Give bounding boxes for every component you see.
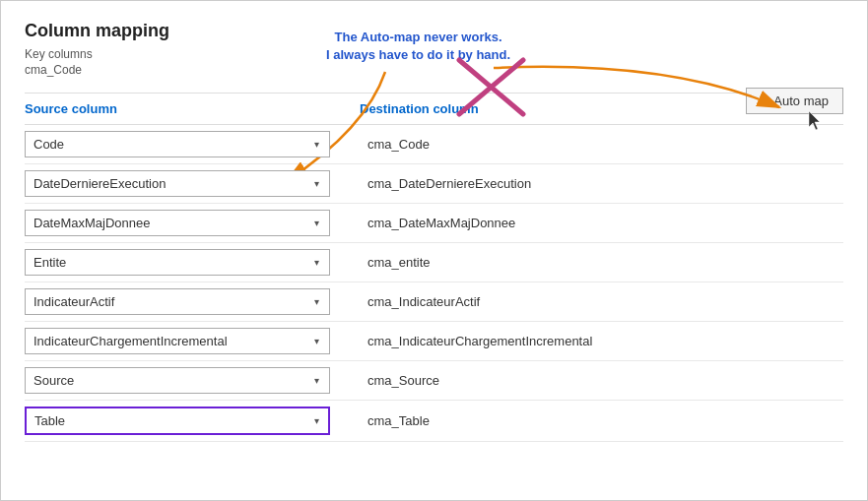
destination-column-value: cma_IndicateurChargementIncremental bbox=[360, 334, 843, 348]
table-row: Code▾cma_Code bbox=[25, 125, 843, 164]
destination-column-value: cma_DateMaxMajDonnee bbox=[360, 216, 843, 230]
source-select-wrapper: Source▾ bbox=[25, 367, 360, 394]
table-row: DateDerniereExecution▾cma_DateDerniereEx… bbox=[25, 164, 843, 204]
page-container: Column mapping Key columns cma_Code The … bbox=[0, 0, 868, 501]
table-row: IndicateurActif▾cma_IndicateurActif bbox=[25, 282, 843, 322]
source-select-wrapper: IndicateurActif▾ bbox=[25, 288, 360, 315]
source-column-select[interactable]: DateDerniereExecution bbox=[25, 170, 330, 197]
table-row: DateMaxMajDonnee▾cma_DateMaxMajDonnee bbox=[25, 204, 843, 243]
table-row: Table▾cma_Table bbox=[25, 401, 843, 442]
source-select-wrapper: DateDerniereExecution▾ bbox=[25, 170, 360, 197]
table-row: Source▾cma_Source bbox=[25, 361, 843, 401]
source-select-wrapper: Table▾ bbox=[25, 407, 360, 435]
destination-column-value: cma_Table bbox=[360, 413, 843, 428]
table-row: Entite▾cma_entite bbox=[25, 243, 843, 282]
destination-column-value: cma_Source bbox=[360, 373, 843, 388]
annotation-text: The Auto-map never works. I always have … bbox=[326, 29, 510, 64]
destination-column-value: cma_IndicateurActif bbox=[360, 294, 843, 309]
source-select-wrapper: Code▾ bbox=[25, 131, 360, 157]
source-column-select[interactable]: Code bbox=[25, 131, 330, 157]
source-column-select[interactable]: Source bbox=[25, 367, 330, 394]
key-columns-value: cma_Code bbox=[25, 63, 843, 77]
source-column-select[interactable]: Table bbox=[25, 407, 330, 435]
destination-column-value: cma_DateDerniereExecution bbox=[360, 176, 843, 191]
columns-header: Source column Destination column bbox=[25, 93, 843, 125]
source-column-select[interactable]: Entite bbox=[25, 249, 330, 276]
source-column-select[interactable]: IndicateurActif bbox=[25, 288, 330, 315]
source-select-wrapper: IndicateurChargementIncremental▾ bbox=[25, 328, 360, 354]
source-column-select[interactable]: IndicateurChargementIncremental bbox=[25, 328, 330, 354]
menu-lines-icon: ≡ bbox=[761, 94, 768, 108]
source-column-select[interactable]: DateMaxMajDonnee bbox=[25, 210, 330, 236]
destination-column-value: cma_entite bbox=[360, 255, 843, 270]
mapping-rows-container: Code▾cma_CodeDateDerniereExecution▾cma_D… bbox=[25, 125, 843, 442]
source-select-wrapper: Entite▾ bbox=[25, 249, 360, 276]
table-row: IndicateurChargementIncremental▾cma_Indi… bbox=[25, 322, 843, 361]
auto-map-button[interactable]: ≡ Auto map bbox=[746, 88, 843, 114]
source-select-wrapper: DateMaxMajDonnee▾ bbox=[25, 210, 360, 236]
source-column-header: Source column bbox=[25, 101, 360, 116]
destination-column-value: cma_Code bbox=[360, 137, 843, 152]
